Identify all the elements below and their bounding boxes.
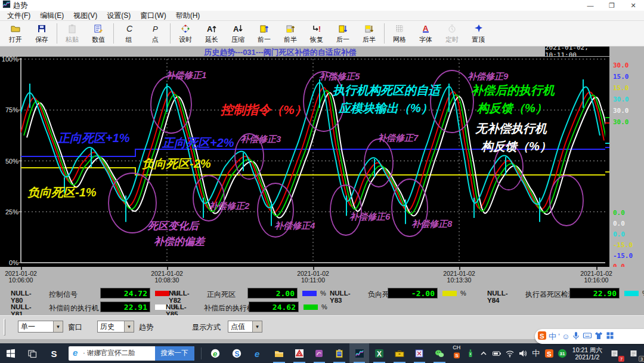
point-tag: NULL-Y82 bbox=[169, 290, 190, 304]
restore-button[interactable]: !恢复 bbox=[304, 21, 330, 46]
y-tick-label: 100% bbox=[2, 57, 18, 63]
scircle-browser-icon[interactable]: S bbox=[226, 343, 247, 363]
taskbar-app-cards-app[interactable] bbox=[410, 343, 430, 363]
nexthalf-icon bbox=[364, 24, 374, 36]
message-center-icon[interactable]: 3 bbox=[624, 343, 644, 363]
taskbar-app-clipboard-app[interactable] bbox=[329, 343, 349, 363]
prevone-button[interactable]: 前一 bbox=[251, 21, 277, 46]
chart-annotation: 补偿修正9 bbox=[467, 71, 509, 81]
value-button[interactable]: 数值 bbox=[85, 21, 112, 46]
start-button[interactable] bbox=[0, 343, 21, 363]
menu-item-2[interactable]: 视图(V) bbox=[69, 11, 102, 21]
taskbar-app-cad-app[interactable] bbox=[289, 343, 309, 363]
taskbar-app-wechat[interactable] bbox=[429, 343, 450, 363]
sogou-logo-icon[interactable]: S bbox=[537, 331, 547, 343]
font-button[interactable]: A字体 bbox=[413, 21, 439, 46]
minimize-button[interactable]: — bbox=[580, 0, 601, 11]
open-button[interactable]: 打开 bbox=[2, 21, 29, 46]
taskbar-clock[interactable]: 10:21 周六 2021/1/2 bbox=[569, 346, 606, 361]
window-count-select[interactable]: 单一 ▼ bbox=[18, 321, 63, 333]
group-button[interactable]: C组 bbox=[116, 21, 142, 46]
right-axis-values: 30.015.015.030.030.030.00.00.00.0-15.0-1… bbox=[609, 57, 644, 267]
volume-icon[interactable] bbox=[516, 343, 530, 363]
sogou-mini-icon: S bbox=[453, 352, 460, 360]
extend-button[interactable]: A延长 bbox=[199, 21, 225, 46]
point-value: 24.72 bbox=[100, 288, 150, 299]
chevron-down-icon[interactable]: ▼ bbox=[124, 321, 134, 332]
calendar-day-icon[interactable]: 31 bbox=[556, 343, 569, 363]
menu-item-0[interactable]: 文件(F) bbox=[2, 11, 35, 21]
battery-icon[interactable] bbox=[490, 343, 503, 363]
mode-value: 历史 bbox=[98, 322, 124, 332]
taskbar-app-trend-app[interactable] bbox=[349, 343, 370, 363]
right-axis-min-value: -15.0 bbox=[613, 252, 633, 260]
svg-text:e: e bbox=[73, 348, 78, 358]
menu-item-1[interactable]: 编辑(E) bbox=[35, 11, 69, 21]
ime-mic-icon[interactable] bbox=[571, 331, 581, 343]
notification-icon[interactable]: 7 bbox=[606, 343, 624, 363]
chevron-down-icon[interactable]: ▼ bbox=[53, 321, 63, 332]
taskbar-app-purple-app[interactable] bbox=[309, 343, 330, 363]
search-submit-button[interactable]: 搜索一下 bbox=[155, 346, 194, 361]
ime-toolbox-icon[interactable] bbox=[605, 331, 615, 343]
value-icon bbox=[94, 24, 103, 36]
sogou-taskbar-icon[interactable]: S bbox=[44, 343, 65, 363]
mode-select[interactable]: 历史 ▼ bbox=[97, 321, 134, 333]
paste-icon bbox=[67, 24, 77, 36]
close-button[interactable]: ✕ bbox=[623, 0, 644, 11]
grid-button[interactable]: 网格 bbox=[386, 21, 413, 46]
point-name: 控制信号 bbox=[49, 290, 78, 300]
toolbar-button-label: 后半 bbox=[363, 36, 376, 43]
toolbar-button-label: 压缩 bbox=[231, 36, 244, 43]
settime-button[interactable]: 设时 bbox=[172, 21, 199, 46]
usb-icon[interactable] bbox=[464, 343, 477, 363]
ime-emoji-icon[interactable]: ☺ bbox=[562, 333, 569, 340]
sogou-tray-icon[interactable]: S bbox=[543, 343, 556, 363]
save-button[interactable]: 保存 bbox=[29, 21, 55, 46]
chart-header: 历史趋势---031---阀门死区补偿的自适应补偿 2021-01-02, 10… bbox=[0, 47, 644, 57]
prevone-icon bbox=[259, 24, 269, 36]
chevron-down-icon[interactable]: ▼ bbox=[252, 321, 262, 332]
svg-text:31: 31 bbox=[559, 351, 565, 356]
toolbar-button-label: 粘贴 bbox=[66, 36, 79, 43]
font-icon: A bbox=[421, 24, 431, 36]
ime-chinese-icon[interactable]: 中 bbox=[549, 333, 556, 340]
taskbar-app-toolbox-app[interactable] bbox=[389, 343, 410, 363]
taskbar-search-box[interactable]: e· 谢娜官宣怀二胎搜索一下 bbox=[69, 346, 194, 361]
point-button[interactable]: P点 bbox=[142, 21, 168, 46]
ime-punctuation-icon[interactable]: ’ bbox=[558, 333, 560, 340]
taskbar-app-excel[interactable]: X bbox=[369, 343, 389, 363]
greene-browser-icon[interactable]: e bbox=[204, 343, 225, 363]
y-tick-label: 25% bbox=[5, 208, 18, 216]
wifi-icon[interactable] bbox=[503, 343, 516, 363]
compress-button[interactable]: A压缩 bbox=[225, 21, 251, 46]
language-indicator[interactable]: CHS bbox=[450, 343, 464, 363]
nextone-button[interactable]: 后一 bbox=[330, 21, 356, 46]
color-swatch bbox=[624, 291, 639, 296]
menu-item-4[interactable]: 窗口(W) bbox=[135, 11, 171, 21]
pin-button[interactable]: 置顶 bbox=[465, 21, 491, 46]
point-value: 2.00 bbox=[247, 288, 298, 299]
toolbar-separator bbox=[384, 23, 385, 44]
window-title: 趋势 bbox=[13, 1, 27, 11]
display-mode-select[interactable]: 点值 ▼ bbox=[228, 321, 262, 333]
edge-browser-icon[interactable]: e bbox=[247, 343, 269, 363]
task-view-icon[interactable] bbox=[21, 343, 43, 363]
ime-mode-indicator[interactable]: 中 bbox=[530, 343, 543, 363]
search-query-text[interactable]: · 谢娜官宣怀二胎 bbox=[80, 349, 155, 358]
menu-item-3[interactable]: 设置(S) bbox=[102, 11, 135, 21]
prevhalf-button[interactable]: 前半 bbox=[277, 21, 304, 46]
nexthalf-button[interactable]: 后半 bbox=[356, 21, 382, 46]
chart-annotation: 补偿修正8 bbox=[411, 219, 453, 229]
ime-skin-icon[interactable] bbox=[594, 331, 603, 343]
x-tick-label: 2021-01-02 10:06:00 bbox=[5, 270, 37, 284]
svg-text:X: X bbox=[377, 349, 382, 358]
menu-item-5[interactable]: 帮助(H) bbox=[171, 11, 205, 21]
ime-keyboard-icon[interactable] bbox=[583, 331, 592, 343]
taskbar-app-file-explorer[interactable] bbox=[269, 343, 289, 363]
maximize-button[interactable]: ❐ bbox=[601, 0, 623, 11]
point-tag: NULL-Y80 bbox=[11, 290, 32, 304]
chevron-up-icon[interactable] bbox=[477, 343, 490, 363]
chart-annotation: 负向死区-2% bbox=[141, 157, 211, 170]
right-axis-max-value: 30.0 bbox=[613, 61, 629, 69]
